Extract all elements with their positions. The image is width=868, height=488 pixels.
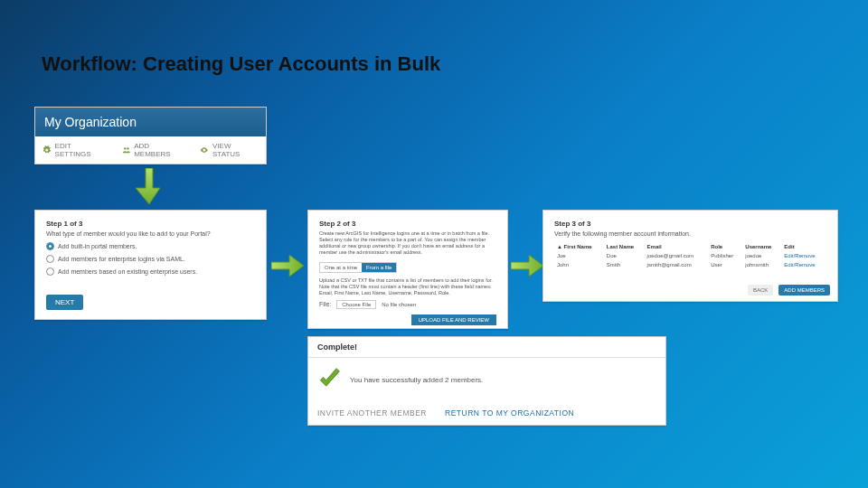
- org-action-bar: EDIT SETTINGS ADD MEMBERS VIEW STATUS: [35, 136, 266, 164]
- cell-ln: Smith: [604, 260, 645, 269]
- add-members-button[interactable]: ADD MEMBERS: [122, 142, 186, 158]
- step2-upload-desc: Upload a CSV or TXT file that contains a…: [319, 277, 496, 296]
- step2-heading: Step 2 of 3: [319, 220, 496, 228]
- complete-panel: Complete! You have successfully added 2 …: [307, 336, 666, 426]
- upload-button[interactable]: UPLOAD FILE AND REVIEW: [411, 314, 496, 325]
- members-table: ▲ First Name Last Name Email Role Userna…: [554, 242, 826, 269]
- step1-option1-label: Add built-in portal members.: [58, 243, 137, 249]
- return-to-org-button[interactable]: RETURN TO MY ORGANIZATION: [445, 408, 574, 418]
- invite-another-button[interactable]: INVITE ANOTHER MEMBER: [317, 408, 427, 418]
- radio-icon: [46, 242, 54, 250]
- my-organization-panel: My Organization EDIT SETTINGS ADD MEMBER…: [34, 107, 267, 164]
- cell-fn: Joe: [554, 251, 604, 260]
- col-edit: Edit: [781, 242, 826, 251]
- next-button[interactable]: NEXT: [46, 295, 83, 310]
- step1-option3-label: Add members based on existing enterprise…: [58, 268, 197, 275]
- tab-from-file[interactable]: From a file: [362, 263, 396, 272]
- cell-email: joedoe@gmail.com: [645, 251, 709, 260]
- step1-panel: Step 1 of 3 What type of member would yo…: [34, 210, 267, 320]
- add-members-button[interactable]: ADD MEMBERS: [778, 285, 830, 296]
- col-email[interactable]: Email: [645, 242, 709, 251]
- step1-heading: Step 1 of 3: [46, 220, 255, 228]
- view-status-button[interactable]: VIEW STATUS: [200, 142, 259, 158]
- cell-email: jsmith@gmail.com: [645, 260, 709, 269]
- cell-role: User: [708, 260, 742, 269]
- file-label: File:: [319, 301, 331, 307]
- tab-one-at-a-time[interactable]: One at a time: [320, 263, 362, 272]
- radio-icon: [46, 267, 54, 276]
- edit-settings-label: EDIT SETTINGS: [55, 142, 108, 158]
- step1-sub: What type of member would you like to ad…: [46, 230, 255, 237]
- step3-panel: Step 3 of 3 Verify the following member …: [542, 210, 838, 302]
- cell-role: Publisher: [708, 251, 742, 260]
- edit-link[interactable]: Edit/Remove: [784, 253, 815, 258]
- back-button[interactable]: BACK: [748, 285, 773, 296]
- arrow-right-icon: [271, 253, 306, 278]
- step2-panel: Step 2 of 3 Create new ArcGIS for Intell…: [307, 210, 508, 329]
- step1-option1[interactable]: Add built-in portal members.: [46, 242, 255, 250]
- col-username[interactable]: Username: [742, 242, 781, 251]
- eye-icon: [200, 145, 209, 155]
- complete-message: You have successfully added 2 members.: [350, 376, 483, 384]
- gear-icon: [42, 145, 52, 155]
- col-role[interactable]: Role: [708, 242, 742, 251]
- table-header-row: ▲ First Name Last Name Email Role Userna…: [554, 242, 826, 251]
- add-members-label: ADD MEMBERS: [134, 142, 185, 158]
- col-lastname[interactable]: Last Name: [604, 242, 645, 251]
- cell-user: johnsmith: [742, 260, 781, 269]
- cell-edit: Edit/Remove: [781, 260, 826, 269]
- step1-option3[interactable]: Add members based on existing enterprise…: [46, 267, 255, 276]
- cell-edit: Edit/Remove: [781, 251, 826, 260]
- cell-ln: Doe: [604, 251, 645, 260]
- table-row: Joe Doe joedoe@gmail.com Publisher joedo…: [554, 251, 826, 260]
- cell-user: joedoe: [742, 251, 781, 260]
- table-row: John Smith jsmith@gmail.com User johnsmi…: [554, 260, 826, 269]
- step3-heading: Step 3 of 3: [554, 220, 826, 228]
- people-icon: [122, 145, 131, 155]
- radio-icon: [46, 255, 54, 263]
- svg-point-0: [124, 147, 126, 149]
- step1-option2[interactable]: Add members for enterprise logins via SA…: [46, 255, 255, 263]
- svg-point-1: [127, 147, 128, 149]
- view-status-label: VIEW STATUS: [212, 142, 259, 158]
- my-organization-header: My Organization: [35, 108, 266, 136]
- no-file-text: No file chosen: [382, 302, 416, 307]
- cell-fn: John: [554, 260, 604, 269]
- checkmark-icon: [317, 367, 341, 392]
- complete-heading: Complete!: [308, 337, 665, 358]
- col-firstname[interactable]: ▲ First Name: [554, 242, 604, 251]
- choose-file-button[interactable]: Choose File: [336, 300, 376, 309]
- step2-mode-toggle[interactable]: One at a timeFrom a file: [319, 262, 397, 273]
- step2-desc: Create new ArcGIS for Intelligence login…: [319, 230, 496, 257]
- arrow-right-icon: [511, 253, 545, 278]
- edit-link[interactable]: Edit/Remove: [784, 262, 815, 267]
- step1-option2-label: Add members for enterprise logins via SA…: [58, 256, 185, 262]
- page-title: Workflow: Creating User Accounts in Bulk: [42, 52, 440, 76]
- edit-settings-button[interactable]: EDIT SETTINGS: [42, 142, 108, 158]
- step3-sub: Verify the following member account info…: [554, 230, 826, 237]
- arrow-down-icon: [136, 168, 163, 206]
